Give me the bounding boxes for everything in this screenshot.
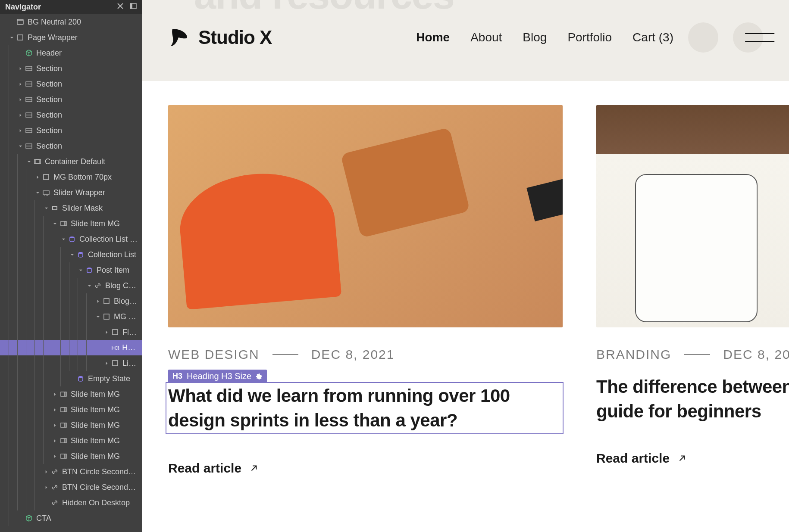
navigator-row[interactable]: Collection List Wrapper: [0, 231, 142, 247]
cube-icon: [25, 514, 33, 522]
slide-icon: [59, 220, 67, 227]
navigator-row-label: Section: [36, 95, 62, 104]
navigator-row[interactable]: Flex Horizontal: [0, 324, 142, 340]
navigator-row[interactable]: MG Bottom 70px: [0, 169, 142, 185]
expand-arrow-icon[interactable]: [103, 361, 110, 365]
svg-rect-33: [113, 330, 118, 335]
navigator-row[interactable]: Slide Item MG: [0, 386, 142, 402]
blog-card[interactable]: WEB DESIGN DEC 8, 2021 H3 Heading H3 Siz…: [168, 105, 563, 476]
navigator-row[interactable]: Container Default: [0, 154, 142, 169]
expand-arrow-icon[interactable]: [34, 175, 41, 179]
navigator-row[interactable]: Section: [0, 107, 142, 123]
expand-arrow-icon[interactable]: [9, 35, 15, 40]
navigator-row[interactable]: Slide Item MG: [0, 417, 142, 433]
read-article-label: Read article: [168, 461, 241, 476]
navigator-row[interactable]: Section: [0, 76, 142, 92]
navigator-tree[interactable]: BG Neutral 200Page WrapperHeaderSectionS…: [0, 14, 142, 532]
navigator-row-label: MG Top 32px: [114, 312, 138, 321]
navigator-row[interactable]: Page Wrapper: [0, 30, 142, 45]
expand-arrow-icon[interactable]: [86, 283, 92, 288]
gear-icon[interactable]: [256, 373, 263, 380]
navigator-row-label: MG Bottom 70px: [53, 173, 112, 182]
expand-arrow-icon[interactable]: [69, 252, 75, 257]
expand-arrow-icon[interactable]: [95, 299, 101, 303]
navigator-row[interactable]: BTN Circle Secondary: [0, 479, 142, 495]
expand-arrow-icon[interactable]: [95, 314, 101, 319]
section-icon: [25, 65, 33, 72]
expand-arrow-icon[interactable]: [26, 159, 32, 164]
navigator-row[interactable]: CTA: [0, 510, 142, 526]
expand-arrow-icon[interactable]: [52, 408, 58, 412]
navigator-row[interactable]: Post Item: [0, 262, 142, 278]
expand-arrow-icon[interactable]: [17, 66, 23, 71]
navigator-row[interactable]: Slide Item MG: [0, 433, 142, 448]
expand-arrow-icon[interactable]: [17, 144, 23, 148]
expand-arrow-icon[interactable]: [103, 330, 110, 334]
expand-arrow-icon[interactable]: [43, 470, 49, 474]
svg-rect-4: [18, 35, 23, 40]
navigator-row-label: Section: [36, 64, 62, 73]
navigator-row[interactable]: Section: [0, 61, 142, 76]
expand-arrow-icon[interactable]: [43, 485, 49, 489]
navigator-header: Navigator: [0, 0, 142, 14]
expand-arrow-icon[interactable]: [52, 454, 58, 458]
navigator-row[interactable]: BTN Circle Secondary: [0, 464, 142, 479]
navigator-row[interactable]: Collection List: [0, 247, 142, 262]
navigator-row-label: Section: [36, 142, 62, 151]
brand[interactable]: Studio X: [168, 27, 272, 48]
div-icon: [16, 34, 24, 41]
expand-arrow-icon[interactable]: [17, 113, 23, 117]
svg-rect-26: [61, 221, 65, 226]
blog-card-category: BRANDING: [596, 347, 671, 362]
navigator-row[interactable]: Blog Card Link: [0, 278, 142, 293]
blog-card[interactable]: BRANDING DEC 8, 2021 The difference betw…: [596, 105, 789, 476]
navigator-row[interactable]: Blog Card Image: [0, 293, 142, 309]
navigator-row[interactable]: Section: [0, 123, 142, 138]
navigator-row[interactable]: Hidden On Desktop: [0, 495, 142, 510]
collapse-icon[interactable]: [117, 3, 124, 12]
expand-arrow-icon[interactable]: [52, 392, 58, 396]
svg-rect-44: [61, 454, 65, 458]
circle-button[interactable]: [688, 22, 718, 53]
navigator-row[interactable]: Slide Item MG: [0, 216, 142, 231]
navigator-row[interactable]: Slide Item MG: [0, 402, 142, 417]
svg-rect-42: [61, 439, 65, 443]
read-article-link[interactable]: Read article: [168, 461, 563, 476]
navigator-row[interactable]: Section: [0, 138, 142, 154]
nav-link-portfolio[interactable]: Portfolio: [567, 31, 612, 44]
expand-arrow-icon[interactable]: [52, 439, 58, 443]
body-icon: [16, 18, 24, 26]
selection-badge[interactable]: H3 Heading H3 Size: [168, 370, 267, 383]
expand-arrow-icon[interactable]: [17, 82, 23, 86]
expand-arrow-icon[interactable]: [52, 423, 58, 427]
navigator-row[interactable]: Link Wrapper: [0, 355, 142, 371]
navigator-row[interactable]: MG Top 32px: [0, 309, 142, 324]
coll-icon: [68, 235, 76, 243]
navigator-row[interactable]: Slider Wrapper: [0, 185, 142, 200]
expand-arrow-icon[interactable]: [17, 97, 23, 102]
navigator-row[interactable]: Slider Mask: [0, 200, 142, 216]
panel-toggle-icon[interactable]: [130, 3, 137, 12]
hamburger-icon[interactable]: [745, 33, 774, 42]
navigator-row[interactable]: Section: [0, 92, 142, 107]
nav-link-cart[interactable]: Cart (3): [632, 31, 673, 44]
read-article-link[interactable]: Read article: [596, 451, 789, 466]
expand-arrow-icon[interactable]: [78, 268, 84, 272]
circle-button[interactable]: [733, 22, 763, 53]
navigator-row[interactable]: Header: [0, 45, 142, 61]
navigator-row[interactable]: H3Heading H3 Size: [0, 340, 142, 355]
expand-arrow-icon[interactable]: [34, 190, 41, 195]
expand-arrow-icon[interactable]: [60, 237, 66, 241]
expand-arrow-icon[interactable]: [52, 221, 58, 226]
expand-arrow-icon[interactable]: [17, 128, 23, 133]
svg-rect-45: [65, 454, 66, 458]
navigator-row[interactable]: Slide Item MG: [0, 448, 142, 464]
slide-icon: [59, 421, 67, 429]
canvas: and resources Studio X Home About Blog P…: [142, 0, 789, 532]
navigator-row[interactable]: BG Neutral 200: [0, 14, 142, 30]
expand-arrow-icon[interactable]: [43, 206, 49, 210]
nav-link-blog[interactable]: Blog: [523, 31, 547, 44]
navigator-row[interactable]: Empty State: [0, 371, 142, 386]
nav-link-home[interactable]: Home: [416, 31, 450, 44]
nav-link-about[interactable]: About: [470, 31, 502, 44]
